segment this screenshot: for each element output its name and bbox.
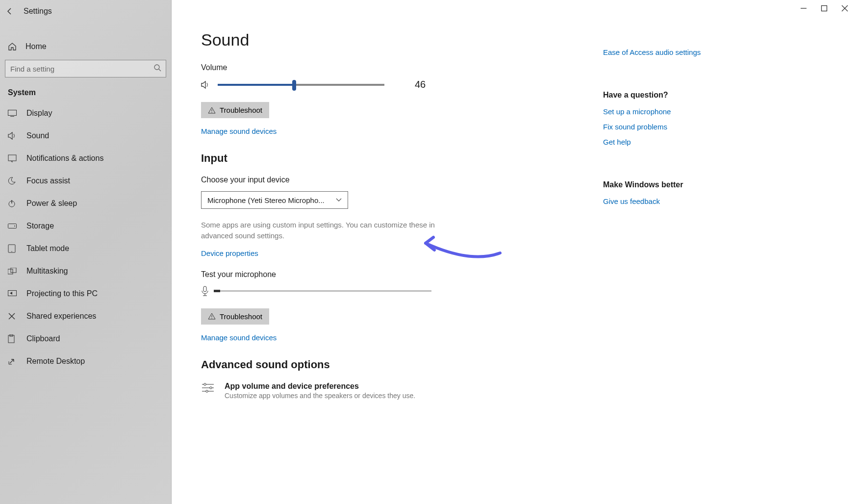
svg-rect-19: [822, 6, 827, 11]
sidebar-item-label: Storage: [26, 222, 54, 230]
sidebar-item-tablet[interactable]: Tablet mode: [0, 237, 171, 260]
search-wrap: [0, 60, 171, 77]
page-title: Sound: [201, 30, 544, 50]
window-controls: [792, 1, 856, 16]
troubleshoot-input-button[interactable]: Troubleshoot: [201, 308, 269, 325]
display-icon: [8, 110, 18, 117]
troubleshoot-output-button[interactable]: Troubleshoot: [201, 102, 269, 118]
test-mic-label: Test your microphone: [201, 270, 544, 279]
home-label: Home: [25, 42, 47, 51]
sound-icon: [8, 132, 18, 140]
manage-devices-link-output[interactable]: Manage sound devices: [201, 127, 277, 135]
svg-line-1: [159, 69, 161, 71]
close-button[interactable]: [841, 5, 848, 12]
microphone-icon: [201, 286, 209, 297]
back-button[interactable]: Settings: [0, 3, 171, 20]
minimize-button[interactable]: [800, 5, 807, 12]
app-volume-title: App volume and device preferences: [225, 382, 415, 391]
input-device-selected: Microphone (Yeti Stereo Micropho...: [207, 196, 325, 204]
custom-apps-text: Some apps are using custom input setting…: [201, 220, 436, 241]
home-icon: [8, 42, 18, 51]
back-arrow-icon: [6, 7, 16, 15]
get-help-link[interactable]: Get help: [603, 138, 731, 146]
sidebar-item-label: Sound: [26, 131, 49, 140]
tablet-icon: [8, 244, 18, 253]
sidebar-item-shared[interactable]: Shared experiences: [0, 305, 171, 328]
warning-icon: [208, 313, 216, 320]
fix-sound-link[interactable]: Fix sound problems: [603, 123, 731, 131]
window-title: Settings: [24, 7, 52, 16]
svg-rect-2: [8, 110, 17, 116]
svg-rect-24: [203, 286, 206, 292]
sidebar-item-notifications[interactable]: Notifications & actions: [0, 147, 171, 170]
troubleshoot-label: Troubleshoot: [220, 106, 262, 114]
manage-devices-link-input[interactable]: Manage sound devices: [201, 333, 277, 342]
svg-rect-12: [11, 268, 16, 273]
sidebar-item-multitask[interactable]: Multitasking: [0, 260, 171, 282]
device-properties-link[interactable]: Device properties: [201, 249, 258, 257]
sidebar-item-label: Notifications & actions: [26, 154, 103, 163]
svg-point-34: [206, 390, 208, 392]
sidebar-item-label: Tablet mode: [26, 244, 69, 253]
sidebar-item-sound[interactable]: Sound: [0, 125, 171, 147]
sidebar-item-projecting[interactable]: Projecting to this PC: [0, 282, 171, 305]
main-content: Sound Volume 46 Troubleshoot Manage soun…: [172, 0, 858, 504]
svg-point-0: [154, 65, 159, 70]
sidebar-item-label: Focus assist: [26, 176, 70, 185]
sidebar-item-label: Multitasking: [26, 267, 68, 276]
volume-slider[interactable]: [218, 84, 384, 86]
search-input[interactable]: [5, 60, 166, 77]
choose-input-label: Choose your input device: [201, 176, 544, 184]
svg-rect-4: [8, 155, 16, 161]
notifications-icon: [8, 154, 18, 162]
setup-mic-link[interactable]: Set up a microphone: [603, 107, 731, 116]
clipboard-icon: [8, 334, 18, 343]
maximize-button[interactable]: [821, 5, 828, 12]
speaker-icon: [201, 80, 211, 89]
volume-value: 46: [415, 79, 426, 90]
category-label: System: [0, 80, 171, 99]
advanced-heading: Advanced sound options: [201, 358, 544, 371]
svg-point-10: [11, 251, 12, 252]
sidebar-item-label: Power & sleep: [26, 199, 77, 208]
sidebar-item-label: Shared experiences: [26, 312, 96, 321]
sidebar-item-focus[interactable]: Focus assist: [0, 170, 171, 192]
question-heading: Have a question?: [603, 91, 731, 100]
home-button[interactable]: Home: [0, 36, 171, 57]
moon-icon: [8, 177, 18, 185]
mic-level-bar: [214, 290, 431, 292]
volume-label: Volume: [201, 63, 544, 72]
shared-icon: [8, 312, 18, 320]
sidebar-item-label: Display: [26, 109, 52, 118]
nav-list: Display Sound Notifications & actions Fo…: [0, 102, 171, 373]
sidebar: Settings Home System Display Sound: [0, 0, 172, 504]
projecting-icon: [8, 290, 18, 297]
app-volume-sub: Customize app volumes and the speakers o…: [225, 392, 415, 400]
svg-point-30: [204, 383, 206, 385]
remote-icon: [8, 357, 18, 365]
svg-rect-11: [8, 269, 13, 274]
chevron-down-icon: [336, 198, 342, 202]
sidebar-item-label: Projecting to this PC: [26, 289, 98, 298]
better-heading: Make Windows better: [603, 180, 731, 189]
svg-point-32: [210, 386, 212, 388]
ease-of-access-link[interactable]: Ease of Access audio settings: [603, 48, 731, 56]
input-device-dropdown[interactable]: Microphone (Yeti Stereo Micropho...: [201, 191, 348, 209]
search-icon: [153, 64, 161, 72]
app-volume-item[interactable]: App volume and device preferences Custom…: [201, 382, 544, 400]
sidebar-item-remote[interactable]: Remote Desktop: [0, 350, 171, 373]
feedback-link[interactable]: Give us feedback: [603, 197, 731, 205]
power-icon: [8, 200, 18, 207]
sidebar-item-clipboard[interactable]: Clipboard: [0, 328, 171, 350]
sliders-icon: [201, 382, 216, 394]
sidebar-item-storage[interactable]: Storage: [0, 215, 171, 237]
sidebar-item-label: Remote Desktop: [26, 357, 85, 366]
storage-icon: [8, 224, 18, 228]
sidebar-item-power[interactable]: Power & sleep: [0, 192, 171, 215]
svg-point-8: [14, 226, 15, 227]
warning-icon: [208, 107, 216, 114]
sidebar-item-label: Clipboard: [26, 334, 60, 343]
svg-point-23: [211, 112, 212, 112]
sidebar-item-display[interactable]: Display: [0, 102, 171, 125]
right-rail: Ease of Access audio settings Have a que…: [603, 48, 731, 212]
